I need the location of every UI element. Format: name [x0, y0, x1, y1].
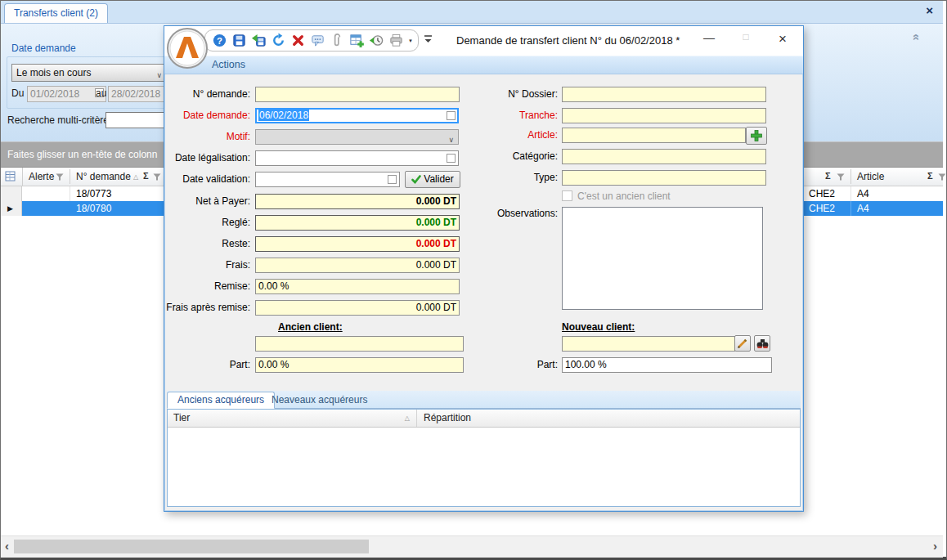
maximize-icon[interactable]: □	[737, 31, 755, 47]
scroll-left-icon[interactable]: ‹	[5, 539, 9, 553]
observations-textarea[interactable]	[562, 207, 763, 310]
filter-icon[interactable]	[153, 173, 161, 181]
period-dropdown[interactable]: Le mois en cours ∨	[11, 64, 167, 82]
close-dialog-icon[interactable]: ×	[774, 31, 792, 47]
horizontal-scrollbar[interactable]: ‹ ›	[1, 535, 943, 558]
sum-icon[interactable]: Σ	[143, 171, 149, 181]
sort-asc-icon: △	[405, 410, 410, 427]
sum-icon[interactable]: Σ	[825, 171, 831, 181]
n-dossier-field[interactable]	[562, 87, 766, 102]
filter-icon[interactable]	[938, 173, 946, 181]
row-indicator-cell[interactable]	[1, 186, 22, 201]
date-demande-field[interactable]: 06/02/2018	[255, 108, 459, 123]
n-demande-field[interactable]	[255, 87, 460, 102]
row-indicator-cell: ▶	[1, 201, 22, 216]
date-legalisation-field[interactable]	[255, 150, 459, 166]
chevron-down-icon: ∨	[156, 67, 162, 83]
filter-icon[interactable]	[56, 173, 64, 181]
from-label: Du	[11, 87, 24, 99]
sum-icon[interactable]: Σ	[927, 171, 933, 181]
filter-icon[interactable]	[837, 173, 845, 181]
attachment-icon[interactable]	[330, 33, 345, 48]
date-validation-field[interactable]	[255, 172, 400, 187]
search-client-button[interactable]	[754, 335, 770, 352]
save-close-icon[interactable]	[251, 33, 267, 48]
print-dropdown-icon[interactable]: ▼	[408, 38, 413, 43]
scroll-right-icon[interactable]: ›	[933, 539, 937, 553]
remise-label: Remise:	[164, 279, 250, 294]
column-header-article[interactable]: Article	[857, 168, 884, 186]
net-a-payer-field[interactable]: 0.000 DT	[255, 194, 460, 209]
part-left-field[interactable]: 0.00 %	[255, 357, 464, 373]
tab-nouveaux-acquereurs[interactable]: Neaveaux acquéreurs	[262, 392, 377, 409]
minimize-icon[interactable]: —	[700, 31, 718, 47]
tranche-label: Tranche:	[472, 108, 558, 123]
part-right-field[interactable]: 100.00 %	[562, 357, 772, 373]
categorie-field[interactable]	[562, 149, 766, 164]
tab-transferts-client[interactable]: Transferts client (2)	[4, 3, 108, 23]
acquereurs-tabstrip: Anciens acquéreurs Neaveaux acquéreurs	[167, 391, 801, 409]
scrollbar-thumb[interactable]	[14, 540, 369, 553]
column-header-tier-label: Tier	[173, 412, 190, 423]
ancien-client-field[interactable]	[255, 336, 464, 352]
reste-field[interactable]: 0.000 DT	[255, 236, 460, 252]
menu-actions[interactable]: Actions	[212, 56, 245, 74]
cell-hidden-col: CHE2	[809, 201, 835, 216]
add-article-button[interactable]	[746, 127, 767, 145]
column-header-repartition[interactable]: Répartition	[418, 410, 800, 427]
cell-hidden-col: CHE2	[809, 186, 835, 201]
tab-anciens-acquereurs[interactable]: Anciens acquéreurs	[167, 392, 275, 409]
toolbar-overflow-icon[interactable]	[423, 33, 433, 46]
column-header-demande[interactable]: N° demande	[76, 168, 131, 186]
print-icon[interactable]	[388, 33, 404, 48]
column-separator[interactable]	[70, 169, 70, 184]
delete-icon[interactable]	[290, 33, 306, 48]
history-icon[interactable]	[369, 33, 384, 48]
help-icon[interactable]: ?	[212, 33, 227, 48]
part-left-label: Part:	[164, 357, 250, 373]
ancien-client-checkbox[interactable]	[562, 190, 572, 201]
binoculars-icon	[756, 338, 769, 349]
group-by-hint: Faites glisser un en-tête de colonn	[1, 149, 157, 160]
nouveau-client-field[interactable]	[562, 336, 735, 352]
article-label: Article:	[472, 128, 558, 143]
type-field[interactable]	[562, 170, 766, 186]
article-field[interactable]	[562, 128, 746, 143]
date-validation-checkbox[interactable]	[388, 175, 397, 184]
ancien-client-heading: Ancien client:	[278, 320, 343, 334]
date-legalisation-checkbox[interactable]	[447, 154, 456, 163]
dialog-menubar: Actions	[164, 56, 803, 74]
tranche-field[interactable]	[562, 108, 766, 123]
grid-corner-cell[interactable]	[1, 168, 23, 186]
tab-nouveaux-label: Neaveaux acquéreurs	[272, 394, 367, 405]
regle-field[interactable]: 0.000 DT	[255, 215, 460, 231]
customize-grid-icon	[5, 171, 16, 182]
ancien-client-checkbox-label: C'est un ancien client	[577, 190, 671, 202]
nouveau-client-heading: Nouveau client:	[562, 320, 635, 334]
column-header-alerte[interactable]: Alerte	[29, 168, 54, 186]
valider-button-label: Valider	[424, 173, 453, 185]
sort-asc-icon: △	[133, 173, 138, 181]
close-tab-icon[interactable]: ×	[926, 3, 933, 17]
collapse-panel-icon[interactable]: «	[909, 34, 923, 40]
refresh-icon[interactable]	[271, 33, 286, 48]
remise-field[interactable]: 0.00 %	[255, 279, 460, 294]
dialog-titlebar[interactable]: ? ▼ Demande de transfert client N° du 06…	[164, 26, 803, 56]
column-header-tier[interactable]: Tier △	[168, 410, 417, 427]
from-date-field[interactable]: 01/02/2018	[27, 86, 106, 102]
motif-dropdown[interactable]: ∨	[255, 129, 459, 145]
plus-icon	[751, 130, 762, 141]
frais-apres-remise-field[interactable]: 0.000 DT	[255, 300, 460, 316]
current-row-marker-icon: ▶	[7, 204, 13, 213]
comment-icon[interactable]	[310, 33, 325, 48]
frais-field[interactable]: 0.000 DT	[255, 258, 460, 273]
date-demande-checkbox[interactable]	[447, 111, 456, 120]
save-icon[interactable]	[231, 33, 247, 48]
net-a-payer-value: 0.000 DT	[416, 195, 456, 207]
regle-label: Reglé:	[164, 215, 250, 231]
column-separator[interactable]	[851, 169, 851, 184]
cell-demande: 18/0780	[76, 201, 111, 216]
valider-button[interactable]: Valider	[405, 171, 460, 188]
edit-client-button[interactable]	[734, 335, 751, 352]
insert-grid-icon[interactable]	[349, 33, 365, 48]
